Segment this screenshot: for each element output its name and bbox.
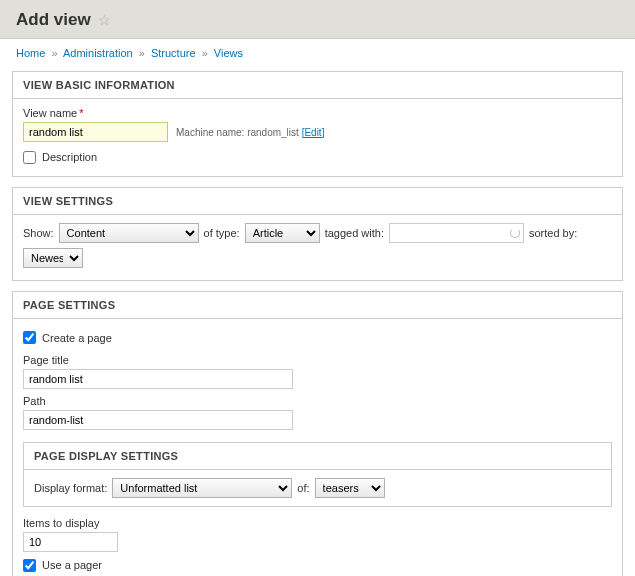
breadcrumb-views[interactable]: Views (214, 47, 243, 59)
panel-header-settings: VIEW SETTINGS (13, 188, 622, 215)
show-select[interactable]: Content (59, 223, 199, 243)
display-of-select[interactable]: teasers (315, 478, 385, 498)
page-title: Add view (16, 10, 91, 30)
favorite-star-icon[interactable]: ☆ (98, 12, 111, 28)
tagged-with-input[interactable] (389, 223, 524, 243)
panel-page-display: PAGE DISPLAY SETTINGS Display format: Un… (23, 442, 612, 507)
display-format-label: Display format: (34, 482, 107, 494)
top-bar: Add view ☆ (0, 0, 635, 39)
required-icon: * (79, 107, 83, 119)
breadcrumb: Home » Administration » Structure » View… (0, 39, 635, 65)
panel-header-basic: VIEW BASIC INFORMATION (13, 72, 622, 99)
items-to-display-input[interactable] (23, 532, 118, 552)
description-label: Description (42, 151, 97, 163)
use-pager-label: Use a pager (42, 559, 102, 571)
items-to-display-label: Items to display (23, 517, 612, 529)
of-type-label: of type: (204, 227, 240, 239)
panel-basic-info: VIEW BASIC INFORMATION View name* Machin… (12, 71, 623, 177)
panel-header-page: PAGE SETTINGS (13, 292, 622, 319)
breadcrumb-home[interactable]: Home (16, 47, 45, 59)
page-title-label: Page title (23, 354, 612, 366)
machine-name-edit-link[interactable]: [Edit] (302, 127, 325, 138)
create-page-checkbox[interactable] (23, 331, 36, 344)
sorted-by-label: sorted by: (529, 227, 577, 239)
use-pager-checkbox[interactable] (23, 559, 36, 572)
breadcrumb-sep-icon: » (202, 47, 208, 59)
sorted-by-select[interactable]: Newest first (23, 248, 83, 268)
throbber-icon (510, 228, 520, 238)
breadcrumb-admin[interactable]: Administration (63, 47, 133, 59)
of-label: of: (297, 482, 309, 494)
path-label: Path (23, 395, 612, 407)
panel-header-display: PAGE DISPLAY SETTINGS (24, 443, 611, 470)
breadcrumb-sep-icon: » (51, 47, 57, 59)
description-checkbox[interactable] (23, 151, 36, 164)
machine-name-hint: Machine name: random_list [Edit] (176, 127, 324, 138)
breadcrumb-sep-icon: » (139, 47, 145, 59)
view-name-input[interactable] (23, 122, 168, 142)
path-input[interactable] (23, 410, 293, 430)
of-type-select[interactable]: Article (245, 223, 320, 243)
view-name-label: View name* (23, 107, 612, 119)
tagged-with-label: tagged with: (325, 227, 384, 239)
breadcrumb-structure[interactable]: Structure (151, 47, 196, 59)
page-title-input[interactable] (23, 369, 293, 389)
panel-view-settings: VIEW SETTINGS Show: Content of type: Art… (12, 187, 623, 281)
show-label: Show: (23, 227, 54, 239)
create-page-label: Create a page (42, 332, 112, 344)
display-format-select[interactable]: Unformatted list (112, 478, 292, 498)
panel-page-settings: PAGE SETTINGS Create a page Page title P… (12, 291, 623, 576)
